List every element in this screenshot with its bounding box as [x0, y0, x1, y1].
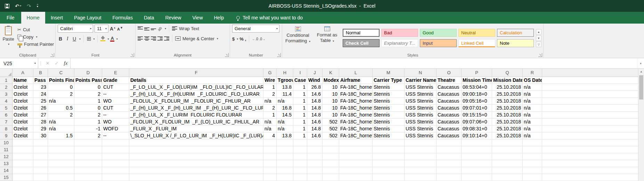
- cell-H15[interactable]: [277, 174, 293, 181]
- cell-F10[interactable]: [129, 139, 263, 146]
- cell-E1[interactable]: Grade: [102, 77, 129, 84]
- cell-A13[interactable]: [13, 160, 33, 167]
- cell-G6[interactable]: 1: [263, 112, 277, 119]
- cell-L9[interactable]: FA-18C_hornet: [339, 132, 373, 139]
- cell-N15[interactable]: [405, 174, 437, 181]
- tab-page-layout[interactable]: Page Layout: [68, 12, 107, 24]
- fill-color-button[interactable]: [100, 36, 105, 41]
- select-all-corner[interactable]: [0, 69, 13, 77]
- cell-J12[interactable]: [307, 153, 323, 160]
- row-header-14[interactable]: 14: [0, 167, 13, 174]
- cell-E13[interactable]: [102, 160, 129, 167]
- cell-C13[interactable]: [48, 160, 74, 167]
- cell-D4[interactable]: 1: [74, 98, 102, 105]
- cell-B8[interactable]: 29: [33, 126, 48, 132]
- cell-I15[interactable]: [293, 174, 307, 181]
- cell-C9[interactable]: 1.5: [48, 132, 74, 139]
- cell-K9[interactable]: 502: [323, 132, 339, 139]
- cell-F11[interactable]: [129, 146, 263, 153]
- cell-K4[interactable]: 10: [323, 98, 339, 105]
- cell-Q13[interactable]: [492, 160, 523, 167]
- column-header-F[interactable]: F: [129, 69, 263, 77]
- cell-C14[interactable]: [48, 167, 74, 174]
- cell-P15[interactable]: [462, 174, 492, 181]
- cell-H11[interactable]: [277, 146, 293, 153]
- cell-G1[interactable]: Wire: [263, 77, 277, 84]
- cell-R7[interactable]: n/a: [523, 119, 542, 126]
- cell-G9[interactable]: 4: [263, 132, 277, 139]
- row-header-10[interactable]: 10: [0, 139, 13, 146]
- cell-I3[interactable]: 1: [293, 91, 307, 98]
- cell-F14[interactable]: [129, 167, 263, 174]
- row-header-9[interactable]: 9: [0, 132, 13, 139]
- underline-button[interactable]: U: [72, 36, 77, 42]
- row-header-6[interactable]: 6: [0, 112, 13, 119]
- align-center-button[interactable]: [144, 36, 149, 41]
- cell-J1[interactable]: Wind: [307, 77, 323, 84]
- top-align-button[interactable]: [138, 26, 143, 31]
- cell-K13[interactable]: [323, 160, 339, 167]
- cell-J2[interactable]: 26.8: [307, 84, 323, 91]
- cell-N4[interactable]: USS Stennis: [405, 98, 437, 105]
- cell-N2[interactable]: USS Stennis: [405, 84, 437, 91]
- cell-H13[interactable]: [277, 160, 293, 167]
- cell-K3[interactable]: 10: [323, 91, 339, 98]
- row-header-4[interactable]: 4: [0, 98, 13, 105]
- cell-P11[interactable]: [462, 146, 492, 153]
- cell-R13[interactable]: [523, 160, 542, 167]
- cell-I9[interactable]: 1: [293, 132, 307, 139]
- cell-D7[interactable]: 1: [74, 119, 102, 126]
- cell-G11[interactable]: [263, 146, 277, 153]
- cell-A9[interactable]: Ozelot: [13, 132, 33, 139]
- customize-quick-access-button[interactable]: ▾: [37, 4, 38, 8]
- tab-data[interactable]: Data: [138, 12, 160, 24]
- cell-style-linked-cell[interactable]: Linked Cell: [458, 39, 495, 47]
- cell-L2[interactable]: FA-18C_hornet: [339, 84, 373, 91]
- tab-file[interactable]: File: [0, 12, 21, 24]
- cell-E2[interactable]: CUT: [102, 84, 129, 91]
- column-header-E[interactable]: E: [102, 69, 129, 77]
- cell-C3[interactable]: 2: [48, 91, 74, 98]
- cell-L13[interactable]: [339, 160, 373, 167]
- row-header-2[interactable]: 2: [0, 84, 13, 91]
- cell-G10[interactable]: [263, 139, 277, 146]
- cell-F15[interactable]: [129, 174, 263, 181]
- cell-H12[interactable]: [277, 153, 293, 160]
- cell-R9[interactable]: n/a: [523, 132, 542, 139]
- cell-B13[interactable]: [33, 160, 48, 167]
- formula-bar-expand-button[interactable]: ▾: [637, 58, 644, 68]
- row-header-15[interactable]: 15: [0, 174, 13, 181]
- row-header-7[interactable]: 7: [0, 119, 13, 126]
- styles-dialog-launcher[interactable]: ↘: [538, 53, 542, 57]
- cell-O10[interactable]: [437, 139, 462, 146]
- cell-K7[interactable]: 502: [323, 119, 339, 126]
- cell-D13[interactable]: [74, 160, 102, 167]
- cell-N13[interactable]: [405, 160, 437, 167]
- cell-A5[interactable]: Ozelot: [13, 105, 33, 112]
- cell-D3[interactable]: 2: [74, 91, 102, 98]
- cell-A10[interactable]: [13, 139, 33, 146]
- cell-B2[interactable]: 23: [33, 84, 48, 91]
- number-format-combo[interactable]: General▾: [232, 25, 279, 33]
- cell-G5[interactable]: 2: [263, 105, 277, 112]
- cancel-button[interactable]: ✕: [43, 58, 52, 68]
- cell-A8[interactable]: Ozelot: [13, 126, 33, 132]
- percent-style-button[interactable]: %: [239, 36, 244, 42]
- cell-I7[interactable]: 1: [293, 119, 307, 126]
- cell-C7[interactable]: n/a: [48, 119, 74, 126]
- cell-A14[interactable]: [13, 167, 33, 174]
- cell-M14[interactable]: [373, 167, 405, 174]
- cell-L6[interactable]: FA-18C_hornet: [339, 112, 373, 119]
- cell-K5[interactable]: 10: [323, 105, 339, 112]
- cell-A2[interactable]: Ozelot: [13, 84, 33, 91]
- cell-C10[interactable]: [48, 139, 74, 146]
- cell-R1[interactable]: OS Date: [523, 77, 542, 84]
- cell-N1[interactable]: Carrier Name: [405, 77, 437, 84]
- column-header-Q[interactable]: Q: [492, 69, 523, 77]
- cell-Q11[interactable]: [492, 146, 523, 153]
- cell-O15[interactable]: [437, 174, 462, 181]
- cell-E15[interactable]: [102, 174, 129, 181]
- column-header-P[interactable]: P: [462, 69, 492, 77]
- cell-N11[interactable]: [405, 146, 437, 153]
- cell-K15[interactable]: [323, 174, 339, 181]
